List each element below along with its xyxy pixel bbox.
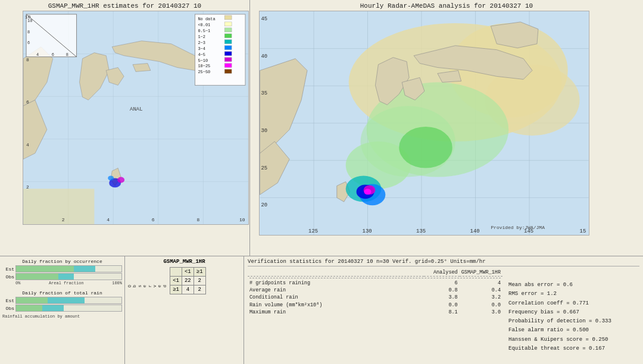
verif-gsmap-3: 0.0	[460, 301, 502, 309]
stat-5: False alarm ratio = 0.500	[508, 326, 639, 335]
svg-text:135: 135	[416, 228, 426, 234]
svg-text:5~10: 5~10	[198, 58, 208, 63]
svg-rect-38	[224, 28, 232, 32]
chart-axis-1: 0% Areal fraction 100%	[2, 281, 122, 285]
col-lt1-header: <1	[182, 268, 193, 277]
rainfall-note: Rainfall accumulation by amount	[2, 314, 122, 319]
svg-text:4: 4	[26, 142, 29, 148]
svg-point-11	[108, 175, 114, 180]
obs-bar-1: Obs	[2, 273, 122, 280]
obs-bar-fill-1	[16, 274, 58, 280]
cell-21: 4	[182, 285, 193, 294]
right-map-svg: 45 40 35 30 25 20 125 130 135 140 145 15	[260, 11, 589, 235]
verif-inner: Analysed GSMAP_MWR_1HR # gridpoints rain…	[248, 269, 639, 353]
obs-bar-fill-2b	[42, 305, 63, 311]
svg-rect-42	[224, 40, 232, 44]
est-bar-2: Est	[2, 297, 122, 304]
label-col	[248, 269, 424, 277]
stat-3: Frequency bias = 0.667	[508, 308, 639, 317]
svg-text:6: 6	[152, 217, 155, 222]
left-panel: GSMAP_MWR_1HR estimates for 20140327 10	[0, 0, 250, 256]
verif-row-2: Conditional rain 3.8 3.2	[248, 294, 502, 301]
svg-text:No data: No data	[198, 17, 215, 21]
axis-0-label: 0%	[15, 281, 20, 285]
est-bar-fill-1b	[74, 266, 95, 272]
bottom-row: Daily fraction by occurrence Est Obs	[0, 256, 643, 364]
svg-text:ANAL: ANAL	[130, 106, 142, 112]
est-bar-fill-1	[16, 266, 74, 272]
svg-text:140: 140	[470, 228, 480, 234]
svg-rect-34	[224, 15, 232, 20]
svg-text:6: 6	[27, 40, 30, 45]
svg-text:4~5: 4~5	[198, 52, 205, 57]
svg-text:2: 2	[26, 184, 29, 190]
svg-text:130: 130	[363, 228, 372, 234]
obs-label-2: Obs	[2, 306, 14, 311]
right-panel-title: Hourly Radar-AMeDAS analysis for 2014032…	[250, 0, 643, 11]
axis-100-label: 100%	[112, 281, 122, 285]
verif-analysed-3: 0.0	[424, 301, 460, 309]
verif-row-3: Rain volume (mm*km²x10⁶) 0.0 0.0	[248, 301, 502, 309]
svg-text:40: 40	[261, 54, 267, 59]
svg-text:25~50: 25~50	[198, 70, 210, 74]
obs-bar-fill-1b	[58, 274, 74, 280]
svg-point-70	[399, 127, 452, 168]
svg-text:Provided by:JWA/JMA: Provided by:JWA/JMA	[491, 225, 545, 230]
svg-rect-36	[224, 22, 232, 26]
est-bar-fill-2	[16, 297, 48, 303]
svg-rect-40	[224, 34, 232, 38]
right-map: 45 40 35 30 25 20 125 130 135 140 145 15	[259, 11, 589, 236]
verif-label-2: Conditional rain	[248, 294, 424, 301]
svg-text:10: 10	[239, 217, 245, 222]
cell-11: 22	[182, 277, 193, 285]
verif-row-4: Maximum rain 8.1 3.0	[248, 309, 502, 316]
verif-right-stats: Mean abs error = 0.6 RMS error = 1.2 Cor…	[508, 269, 639, 353]
verif-col-headers: Analysed GSMAP_MWR_1HR	[248, 269, 502, 277]
svg-text:4: 4	[36, 52, 39, 57]
verif-analysed-0: 6	[424, 280, 460, 287]
svg-rect-52	[224, 69, 232, 73]
obs-bar-2: Obs	[2, 305, 122, 312]
svg-text:10: 10	[25, 14, 31, 20]
rain-title: Daily fraction of total rain	[2, 290, 122, 296]
verif-gsmap-0: 4	[460, 280, 502, 287]
stat-4: Probability of detection = 0.333	[508, 317, 639, 326]
svg-text:8: 8	[66, 52, 68, 57]
occurrence-chart-section: Daily fraction by occurrence Est Obs	[2, 259, 122, 285]
svg-text:25: 25	[261, 165, 267, 171]
verif-label-4: Maximum rain	[248, 309, 424, 316]
cell-12: 2	[193, 277, 205, 285]
top-row: GSMAP_MWR_1HR estimates for 20140327 10	[0, 0, 643, 256]
svg-point-10	[117, 177, 124, 183]
stat-2: Correlation coeff = 0.771	[508, 299, 639, 308]
svg-text:2~3: 2~3	[198, 40, 205, 45]
svg-text:6: 6	[26, 99, 29, 105]
est-bar-wrapper-1	[15, 265, 122, 272]
verif-header: Verification statistics for 20140327 10 …	[248, 259, 639, 266]
cell-22: 2	[193, 285, 205, 294]
svg-text:8: 8	[27, 30, 30, 34]
contingency-title: GSMAP_MWR_1HR	[127, 259, 241, 265]
svg-text:8: 8	[196, 217, 199, 222]
verif-analysed-2: 3.8	[424, 294, 460, 301]
main-container: GSMAP_MWR_1HR estimates for 20140327 10	[0, 0, 643, 364]
verif-row-1: Average rain 0.8 0.4	[248, 287, 502, 294]
right-panel: Hourly Radar-AMeDAS analysis for 2014032…	[250, 0, 643, 256]
svg-text:30: 30	[261, 128, 267, 134]
verif-label-3: Rain volume (mm*km²x10⁶)	[248, 301, 424, 309]
col-ge1-header: ≥1	[193, 268, 205, 277]
verif-gsmap-1: 0.4	[460, 287, 502, 294]
svg-text:8: 8	[26, 57, 29, 62]
verif-gsmap-2: 3.2	[460, 294, 502, 301]
svg-text:2: 2	[62, 217, 65, 222]
analysed-header: Analysed	[424, 269, 460, 277]
bottom-right-verification: Verification statistics for 20140327 10 …	[244, 256, 643, 364]
left-map-svg: 10 8 6 4 6 8 ANAL 10 8 6	[23, 11, 248, 224]
obs-bar-wrapper-1	[15, 273, 122, 280]
verif-table: Analysed GSMAP_MWR_1HR # gridpoints rain…	[248, 269, 502, 316]
est-bar-fill-2b	[48, 297, 85, 303]
verif-left: Analysed GSMAP_MWR_1HR # gridpoints rain…	[248, 269, 502, 353]
occurrence-title: Daily fraction by occurrence	[2, 259, 122, 264]
svg-rect-50	[224, 64, 232, 68]
row-lt1-header: <1	[170, 277, 182, 285]
